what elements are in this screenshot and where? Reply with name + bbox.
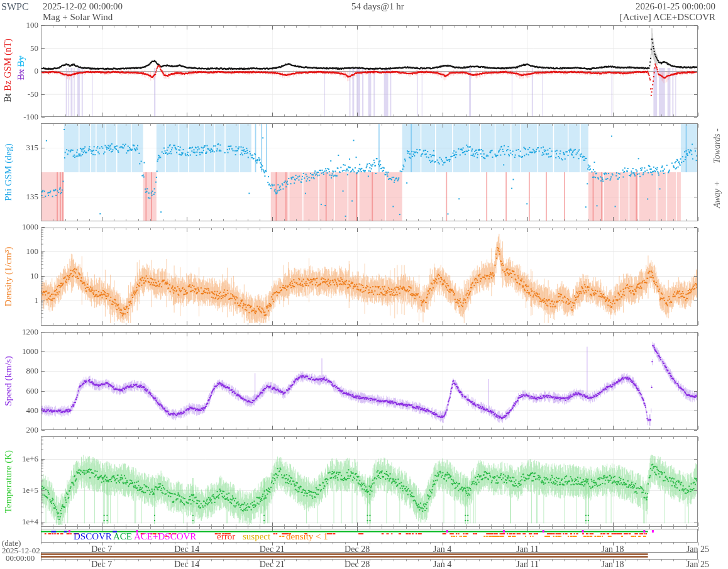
by-label: By [16,56,26,67]
x-tick-label: Jan 4 [421,560,465,569]
x-tick-label: Jan 18 [591,544,635,555]
y-tick-label: 1000 [9,222,38,232]
x-tick-label: Dec 7 [80,560,124,569]
y-tick-label: 100 [9,246,38,257]
y-tick-label: 600 [9,386,38,396]
swpc-solar-wind-dashboard: { "header": { "brand": "SWPC", "start_da… [0,0,728,569]
x-tick-label: Jan 11 [505,560,549,569]
footer-time: 00:00:00 [6,553,35,563]
y-tick-label: 1e+6 [9,454,38,464]
x-tick-label: Dec 21 [250,560,294,569]
y-tick-label: 0 [9,66,38,76]
towards-sector-label: Towards - [712,128,722,163]
y-tick-label: -100 [9,112,38,122]
y-tick-label: 1200 [9,327,38,337]
end-datetime: 2026-01-25 00:00:00 [636,1,715,12]
y-tick-label: 10 [9,271,38,281]
y-tick-label: 1e+4 [9,517,38,527]
plots-canvas [0,0,728,569]
x-tick-label: Jan 25 [676,544,720,555]
x-tick-label: Dec 14 [165,544,209,555]
legend-item: ACE [113,531,132,542]
legend-item: suspect [243,531,270,542]
x-tick-label: Dec 28 [335,560,379,569]
speed-axis-label: Speed (km/s) [3,356,14,406]
y-tick-label: 135 [9,192,38,202]
x-tick-label: Dec 28 [335,544,379,555]
y-tick-label: 200 [9,425,38,435]
y-tick-label: 800 [9,366,38,376]
x-tick-label: Jan 18 [591,560,635,569]
x-tick-label: Jan 11 [505,544,549,555]
y-tick-label: 1e+5 [9,485,38,495]
legend-item: ACE+DSCOVR [134,531,196,542]
start-datetime: 2025-12-02 00:00:00 [43,1,123,12]
legend-item: error [217,531,235,542]
legend-item: density < 1 [286,531,328,542]
x-tick-label: Dec 7 [80,544,124,555]
y-tick-label: 315 [9,143,38,153]
y-tick-label: 100 [9,20,38,30]
duration-label: 54 days@1 hr [351,1,404,12]
y-tick-label: 1000 [9,346,38,356]
y-tick-label: 50 [9,43,38,53]
x-tick-label: Jan 25 [676,560,720,569]
y-tick-label: -50 [9,89,38,99]
legend-item: DSCOVR [74,531,112,542]
x-tick-label: Dec 21 [250,544,294,555]
source-status: [Active] ACE+DSCOVR [620,12,715,23]
plot-title: Mag + Solar Wind [43,12,113,23]
y-tick-label: 1 [9,296,38,306]
away-sector-label: Away + [712,180,722,207]
brand-logo: SWPC [1,1,29,13]
y-tick-label: 400 [9,406,38,416]
x-tick-label: Dec 14 [165,560,209,569]
x-tick-label: Jan 4 [421,544,465,555]
